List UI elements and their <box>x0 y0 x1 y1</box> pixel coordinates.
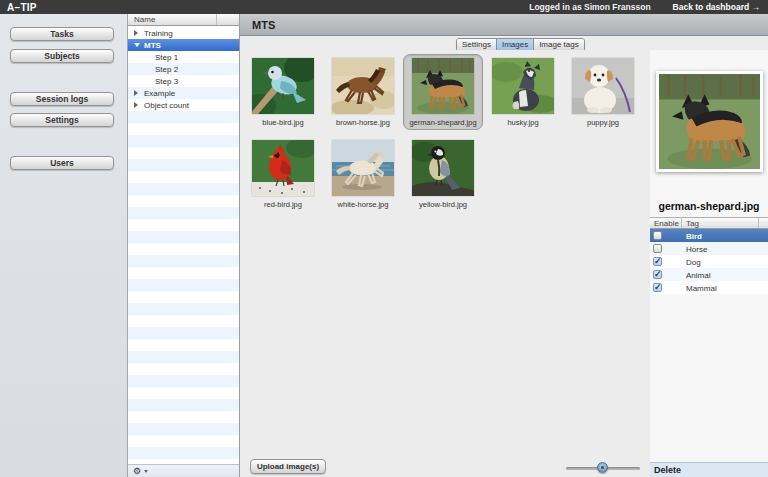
tag-label: Mammal <box>686 284 717 293</box>
tag-row-mammal[interactable]: Mammal <box>650 281 768 294</box>
delete-button[interactable]: Delete <box>650 462 768 477</box>
top-bar: A–TIP Logged in as Simon Fransson Back t… <box>0 0 768 14</box>
thumbnail-zoom-slider[interactable] <box>566 462 640 474</box>
upload-images-button[interactable]: Upload image(s) <box>250 459 326 474</box>
thumbnail-image <box>412 58 474 114</box>
tree-item-label: Example <box>144 89 175 98</box>
thumbnail-image <box>572 58 634 114</box>
disclosure-triangle-icon[interactable] <box>134 90 138 96</box>
image-thumbnail-white-horse[interactable]: white-horse.jpg <box>323 140 403 209</box>
logged-in-status: Logged in as Simon Fransson <box>529 2 650 12</box>
tree-item-label: Training <box>144 29 173 38</box>
disclosure-triangle-icon[interactable] <box>134 102 138 108</box>
tag-label: Horse <box>686 245 707 254</box>
tree-item-label: MTS <box>144 41 161 50</box>
image-thumbnail-husky[interactable]: husky.jpg <box>483 58 563 127</box>
thumbnail-image <box>332 58 394 114</box>
subjects-button[interactable]: Subjects <box>10 49 114 63</box>
tag-row-animal[interactable]: Animal <box>650 268 768 281</box>
image-thumbnail-yellow-bird[interactable]: yellow-bird.jpg <box>403 140 483 209</box>
preview-filename: german-shepard.jpg <box>650 200 768 212</box>
tab-strip: Settings Images Image tags <box>240 36 768 50</box>
tree-body: Training MTS Step 1 Step 2 Step 3 Exampl… <box>128 27 239 464</box>
tag-checkbox[interactable] <box>653 270 662 279</box>
users-button[interactable]: Users <box>10 156 114 170</box>
tag-label: Animal <box>686 271 710 280</box>
tasks-button[interactable]: Tasks <box>10 27 114 41</box>
thumbnail-image <box>252 140 314 196</box>
table-column-divider[interactable] <box>681 218 682 228</box>
slider-knob[interactable] <box>597 462 608 473</box>
tag-table-header: Enable Tag <box>650 217 768 229</box>
tag-label: Dog <box>686 258 701 267</box>
tree-item-mts[interactable]: MTS <box>128 39 239 51</box>
image-thumbnail-german-shepard[interactable]: german-shepard.jpg <box>403 54 483 130</box>
tree-header-label: Name <box>134 15 155 24</box>
thumbnail-label: white-horse.jpg <box>338 200 389 209</box>
thumbnail-image <box>492 58 554 114</box>
left-sidebar: Tasks Subjects Session logs Settings Use… <box>0 14 128 477</box>
tag-checkbox[interactable] <box>653 257 662 266</box>
tag-checkbox[interactable] <box>653 231 662 240</box>
thumbnail-label: yellow-bird.jpg <box>419 200 467 209</box>
tree-item-object-count[interactable]: Object count <box>128 99 239 111</box>
tree-item-step-2[interactable]: Step 2 <box>128 63 239 75</box>
tree-footer-bar: ⚙ <box>128 464 239 477</box>
column-header-enable: Enable <box>654 219 679 228</box>
session-logs-button[interactable]: Session logs <box>10 92 114 106</box>
thumbnail-label: brown-horse.jpg <box>336 118 390 127</box>
tree-item-step-1[interactable]: Step 1 <box>128 51 239 63</box>
tag-label: Bird <box>686 232 702 241</box>
chevron-down-icon[interactable] <box>144 470 148 473</box>
thumbnail-label: red-bird.jpg <box>264 200 302 209</box>
thumbnail-image <box>412 140 474 196</box>
tree-item-training[interactable]: Training <box>128 27 239 39</box>
image-preview <box>656 71 763 172</box>
back-to-dashboard-link[interactable]: Back to dashboard → <box>673 2 760 12</box>
tag-checkbox[interactable] <box>653 283 662 292</box>
tag-row-dog[interactable]: Dog <box>650 255 768 268</box>
tree-item-label: Object count <box>144 101 189 110</box>
image-thumbnail-puppy[interactable]: puppy.jpg <box>563 58 643 127</box>
tree-header: Name <box>128 14 239 26</box>
tree-item-label: Step 3 <box>155 77 178 86</box>
disclosure-triangle-icon[interactable] <box>134 43 140 47</box>
tag-table: Enable Tag Bird Horse Dog Animal Mammal <box>650 217 768 294</box>
image-thumbnail-brown-horse[interactable]: brown-horse.jpg <box>323 58 403 127</box>
app-logo: A–TIP <box>7 2 37 13</box>
tree-item-label: Step 1 <box>155 53 178 62</box>
gear-icon[interactable]: ⚙ <box>133 465 141 477</box>
table-column-divider[interactable] <box>758 218 759 228</box>
thumbnail-label: puppy.jpg <box>587 118 619 127</box>
image-grid: blue-bird.jpg brown-horse.jpg <box>240 50 650 477</box>
thumbnail-label: husky.jpg <box>507 118 538 127</box>
tag-checkbox[interactable] <box>653 244 662 253</box>
image-thumbnail-red-bird[interactable]: red-bird.jpg <box>243 140 323 209</box>
thumbnail-label: blue-bird.jpg <box>262 118 303 127</box>
tag-row-horse[interactable]: Horse <box>650 242 768 255</box>
image-thumbnail-blue-bird[interactable]: blue-bird.jpg <box>243 58 323 127</box>
tree-item-label: Step 2 <box>155 65 178 74</box>
tree-item-step-3[interactable]: Step 3 <box>128 75 239 87</box>
thumbnail-image <box>252 58 314 114</box>
settings-button[interactable]: Settings <box>10 113 114 127</box>
tag-row-bird[interactable]: Bird <box>650 229 768 242</box>
thumbnail-image <box>332 140 394 196</box>
thumbnail-label: german-shepard.jpg <box>409 118 476 127</box>
image-detail-panel: german-shepard.jpg Enable Tag Bird Horse… <box>650 50 768 477</box>
preview-image <box>659 74 760 169</box>
tree-column-divider[interactable] <box>216 14 217 25</box>
task-tree-panel: Name Training MTS Step 1 Step 2 Step 3 E… <box>128 14 240 477</box>
main-header-bar: MTS <box>240 14 768 36</box>
column-header-tag: Tag <box>686 219 699 228</box>
page-title: MTS <box>252 19 768 31</box>
tree-item-example[interactable]: Example <box>128 87 239 99</box>
disclosure-triangle-icon[interactable] <box>134 30 138 36</box>
